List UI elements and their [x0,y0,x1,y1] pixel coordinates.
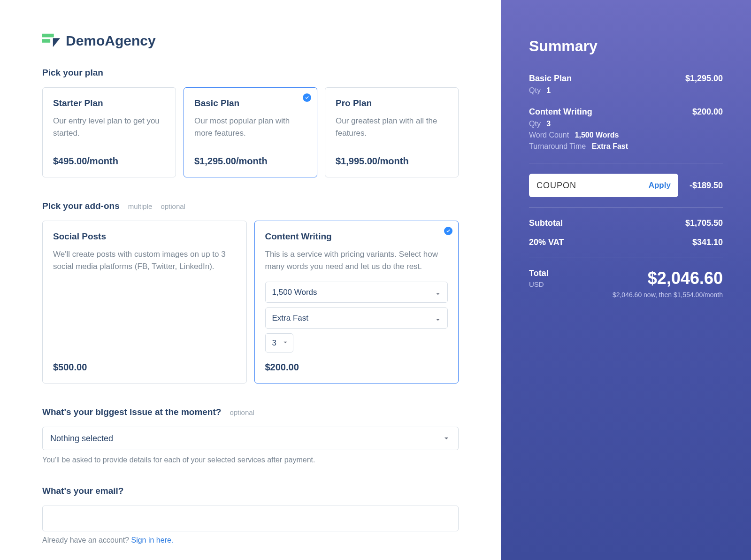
word-count-select[interactable]: 1,500 Words [265,282,448,303]
summary-line-value: 3 [546,120,551,128]
addon-desc: This is a service with pricing variants.… [265,248,448,272]
issue-select[interactable]: Nothing selected [42,427,459,450]
plans-section-title: Pick your plan [42,68,103,78]
issue-helper-text: You'll be asked to provide details for e… [42,456,459,464]
optional-tag: optional [230,408,254,416]
coupon-input[interactable] [536,181,649,191]
addon-price: $200.00 [265,362,448,373]
summary-line-value: 1 [546,86,551,94]
plan-title: Basic Plan [194,98,307,108]
addon-card-row: Social Posts We'll create posts with cus… [42,221,459,384]
summary-title: Summary [529,38,723,55]
vat-row: 20% VAT $341.10 [529,238,723,247]
subtotal-value: $1,705.50 [685,218,723,228]
multiple-tag: multiple [128,202,153,210]
check-icon [444,227,452,235]
subtotal-label: Subtotal [529,218,563,228]
vat-value: $341.10 [692,238,723,247]
plan-desc: Our greatest plan with all the features. [336,115,448,139]
plan-desc: Our entry level plan to get you started. [53,115,165,139]
svg-rect-1 [42,39,50,43]
plan-card-basic[interactable]: Basic Plan Our most popular plan with mo… [184,87,317,177]
signin-link[interactable]: Sign in here. [131,536,173,544]
summary-item-price: $1,295.00 [685,74,723,84]
svg-rect-0 [42,34,54,38]
divider [529,207,723,208]
plans-section-label: Pick your plan [42,68,459,78]
plan-price: $495.00/month [53,156,165,167]
plan-desc: Our most popular plan with more features… [194,115,307,139]
total-note: $2,046.60 now, then $1,554.00/month [613,291,723,299]
plan-title: Pro Plan [336,98,448,108]
plan-card-pro[interactable]: Pro Plan Our greatest plan with all the … [325,87,459,177]
plan-card-starter[interactable]: Starter Plan Our entry level plan to get… [42,87,176,177]
email-section-label: What's your email? [42,486,459,496]
quantity-select[interactable]: 3 [265,333,293,353]
brand-logo-row: DemoAgency [42,33,459,49]
summary-item-price: $200.00 [692,107,723,117]
summary-item-basic-plan: Basic Plan $1,295.00 Qty 1 [529,74,723,95]
addon-title: Social Posts [53,231,236,242]
issue-section-label: What's your biggest issue at the moment?… [42,407,459,417]
summary-line-label: Turnaround Time [529,142,586,150]
summary-item-name: Content Writing [529,107,592,117]
summary-sidebar: Summary Basic Plan $1,295.00 Qty 1 Conte… [501,0,751,560]
addon-desc: We'll create posts with custom images on… [53,248,236,272]
divider [529,258,723,258]
addon-title: Content Writing [265,231,448,242]
plan-price: $1,295.00/month [194,156,307,167]
email-input[interactable] [42,506,459,531]
plan-card-row: Starter Plan Our entry level plan to get… [42,87,459,177]
subtotal-row: Subtotal $1,705.50 [529,218,723,228]
check-icon [303,93,311,102]
addon-card-content-writing[interactable]: Content Writing This is a service with p… [254,221,459,384]
turnaround-select[interactable]: Extra Fast [265,307,448,329]
total-label: Total [529,268,549,278]
plan-title: Starter Plan [53,98,165,108]
addon-card-social-posts[interactable]: Social Posts We'll create posts with cus… [42,221,247,384]
addon-price: $500.00 [53,362,236,373]
coupon-row: Apply -$189.50 [529,174,723,197]
brand-logo-icon [42,33,60,48]
plan-price: $1,995.00/month [336,156,448,167]
total-row: Total USD $2,046.60 $2,046.60 now, then … [529,268,723,299]
addons-section-title: Pick your add-ons [42,201,120,211]
coupon-box: Apply [529,174,678,197]
summary-line-value: Extra Fast [592,142,628,150]
email-section-title: What's your email? [42,486,123,496]
signin-line: Already have an account? Sign in here. [42,536,459,545]
coupon-discount: -$189.50 [690,181,723,191]
brand-name: DemoAgency [66,33,156,49]
summary-item-content-writing: Content Writing $200.00 Qty 3 Word Count… [529,107,723,151]
chevron-down-icon [443,435,450,442]
issue-section-title: What's your biggest issue at the moment? [42,407,221,417]
vat-label: 20% VAT [529,238,564,247]
signin-prefix: Already have an account? [42,536,131,544]
main-panel: DemoAgency Pick your plan Starter Plan O… [0,0,501,560]
svg-marker-2 [53,38,60,47]
summary-item-name: Basic Plan [529,74,572,84]
optional-tag: optional [161,202,185,210]
summary-line-label: Qty [529,86,541,94]
summary-line-label: Qty [529,120,541,128]
summary-line-label: Word Count [529,131,569,139]
divider [529,163,723,163]
summary-line-value: 1,500 Words [575,131,619,139]
apply-button[interactable]: Apply [649,181,671,190]
addons-section-label: Pick your add-ons multiple optional [42,201,459,211]
total-currency: USD [529,280,549,288]
total-amount: $2,046.60 [613,268,723,288]
